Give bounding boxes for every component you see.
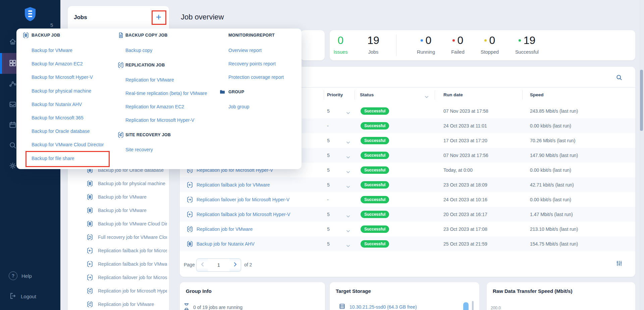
status-badge: Successful bbox=[361, 181, 389, 189]
notification-badge: 5 bbox=[50, 22, 53, 28]
backup-icon bbox=[87, 207, 93, 214]
column-header-run-date[interactable]: Run date bbox=[443, 88, 463, 102]
jobs-list-item[interactable]: Replication failback job for VMware bbox=[68, 257, 169, 271]
menu-item-backup-for-amazon-ec2[interactable]: Backup for Amazon EC2 bbox=[32, 60, 83, 67]
jobs-list-item[interactable]: Replication failback job for Microso bbox=[68, 244, 169, 257]
column-header-priority[interactable]: Priority bbox=[327, 88, 343, 102]
job-name-link[interactable]: Replication job for VMware bbox=[197, 222, 253, 237]
logout-button[interactable]: Logout bbox=[9, 292, 56, 301]
job-link-label[interactable]: Backup job for VMware Cloud Direc bbox=[98, 221, 167, 226]
raw-speed-axis-tick: 200.0 bbox=[491, 306, 501, 310]
menu-item-backup-for-microsoft-365[interactable]: Backup for Microsoft 365 bbox=[32, 114, 84, 121]
job-name-link[interactable]: Replication failback job for Microsoft H… bbox=[197, 207, 290, 222]
job-name-link[interactable]: Replication failover job for Microsoft H… bbox=[197, 192, 289, 207]
jobs-list-item[interactable]: Replication failover job for Microsof bbox=[68, 271, 169, 284]
menu-item-replication-for-microsoft-hyper-v[interactable]: Replication for Microsoft Hyper-V bbox=[125, 117, 194, 123]
calendar-icon bbox=[9, 121, 17, 129]
menu-item-backup-for-microsoft-hyper-v[interactable]: Backup for Microsoft Hyper-V bbox=[32, 74, 93, 81]
priority-chevron-icon[interactable] bbox=[346, 243, 350, 245]
jobs-list-item[interactable]: Replication job for Microsoft Hyper- bbox=[68, 284, 169, 298]
menu-item-job-group[interactable]: Job group bbox=[228, 103, 249, 110]
job-link-label[interactable]: Backup job for VMware bbox=[98, 208, 167, 213]
job-link-label[interactable]: Replication job for VMware bbox=[98, 302, 167, 307]
run-date-value: 23 Oct 2023 at 18:09 bbox=[443, 177, 487, 192]
group-info-status: 0 of 19 jobs are running bbox=[193, 305, 243, 310]
menu-item-real-time-replication-beta-for-vmware[interactable]: Real-time replication (beta) for VMware bbox=[125, 90, 207, 97]
pagination-next-button[interactable] bbox=[229, 262, 241, 268]
menu-item-replication-for-vmware[interactable]: Replication for VMware bbox=[125, 76, 174, 83]
page-scrollbar-thumb[interactable] bbox=[640, 70, 643, 131]
priority-value: 5 bbox=[327, 163, 330, 177]
raw-speed-title: Raw Data Transfer Speed (Mbit/s) bbox=[493, 288, 573, 294]
stat-running: 0Running bbox=[402, 34, 449, 55]
priority-chevron-icon[interactable] bbox=[346, 169, 350, 171]
table-row[interactable]: Replication failover job for Microsoft H… bbox=[180, 192, 635, 207]
table-settings-sliders-icon[interactable] bbox=[616, 260, 623, 267]
menu-item-backup-copy[interactable]: Backup copy bbox=[125, 47, 152, 54]
search-icon[interactable] bbox=[616, 74, 623, 81]
priority-chevron-icon[interactable] bbox=[346, 213, 350, 216]
job-link-label[interactable]: Replication job for Microsoft Hyper- bbox=[98, 288, 167, 294]
menu-item-backup-for-vmware-cloud-director[interactable]: Backup for VMware Cloud Director bbox=[32, 141, 104, 148]
logout-label: Logout bbox=[21, 294, 36, 299]
jobs-list-item[interactable]: Replication job for VMware bbox=[68, 298, 169, 310]
failover-icon bbox=[186, 196, 193, 203]
priority-value: 5 bbox=[327, 222, 330, 237]
target-storage-card: Target Storage 10.30.21.25-ssd0 (64.3 GB… bbox=[330, 282, 479, 310]
priority-chevron-icon[interactable] bbox=[346, 139, 350, 142]
annotation-file-share-highlight bbox=[25, 151, 110, 167]
help-button[interactable]: ? Help bbox=[9, 271, 56, 280]
replication-icon bbox=[117, 62, 124, 68]
jobs-list-item[interactable]: Full recovery job for VMware Cloud bbox=[68, 230, 169, 244]
priority-chevron-icon[interactable] bbox=[346, 110, 350, 112]
job-link-label[interactable]: Full recovery job for VMware Cloud bbox=[98, 235, 167, 240]
jobs-list-item[interactable]: Backup job for physical machine bbox=[68, 177, 169, 190]
table-row[interactable]: Replication failback job for VMware5Succ… bbox=[180, 177, 635, 192]
status-badge: Successful bbox=[361, 211, 389, 218]
page-scrollbar-track[interactable] bbox=[639, 0, 644, 310]
speed-value: 0.00 kbit/s (last run) bbox=[530, 192, 571, 207]
priority-chevron-icon[interactable] bbox=[346, 184, 350, 186]
job-name-link[interactable]: Replication failback job for VMware bbox=[197, 177, 270, 192]
stat-successful: 19Successful bbox=[508, 34, 545, 55]
menu-item-overview-report[interactable]: Overview report bbox=[228, 47, 262, 54]
job-name-link[interactable]: Backup job for Nutanix AHV bbox=[197, 237, 255, 251]
job-link-label[interactable]: Replication failover job for Microsof bbox=[98, 275, 167, 280]
priority-chevron-icon[interactable] bbox=[346, 228, 350, 230]
jobs-panel-title: Jobs bbox=[74, 14, 87, 21]
jobs-stat: 19 Jobs bbox=[362, 34, 385, 55]
jobs-label: Jobs bbox=[362, 49, 385, 55]
status-badge: Successful bbox=[361, 225, 389, 233]
app-logo-shield-icon bbox=[24, 7, 36, 21]
help-icon: ? bbox=[9, 271, 17, 280]
status-filter-chevron-icon[interactable] bbox=[425, 94, 429, 96]
column-header-speed[interactable]: Speed bbox=[530, 88, 544, 102]
column-header-status[interactable]: Status bbox=[360, 88, 374, 102]
job-link-label[interactable]: Backup job for VMware bbox=[98, 194, 167, 200]
stopped-count: 0 bbox=[489, 34, 495, 47]
job-link-label[interactable]: Backup job for physical machine bbox=[98, 181, 167, 186]
jobs-list-item[interactable]: Backup job for VMware Cloud Direc bbox=[68, 217, 169, 230]
job-link-label[interactable]: Replication failback job for Microso bbox=[98, 248, 167, 253]
menu-item-protection-coverage-report[interactable]: Protection coverage report bbox=[228, 74, 284, 81]
menu-item-site-recovery[interactable]: Site recovery bbox=[125, 146, 153, 153]
menu-item-backup-for-physical-machine[interactable]: Backup for physical machine bbox=[32, 88, 91, 94]
table-row[interactable]: Replication failback job for Microsoft H… bbox=[180, 207, 635, 222]
jobs-list-item[interactable]: Backup job for VMware bbox=[68, 190, 169, 204]
menu-item-recovery-points-report[interactable]: Recovery points report bbox=[228, 60, 276, 67]
table-row[interactable]: Backup job for Nutanix AHV5Successful25 … bbox=[180, 237, 635, 251]
menu-item-backup-for-nutanix-ahv[interactable]: Backup for Nutanix AHV bbox=[32, 101, 82, 108]
table-row[interactable]: Replication job for VMware5Successful23 … bbox=[180, 222, 635, 237]
menu-item-backup-for-vmware[interactable]: Backup for VMware bbox=[32, 47, 72, 54]
pagination-prev-button[interactable] bbox=[197, 262, 208, 268]
job-link-label[interactable]: Replication failback job for VMware bbox=[98, 261, 167, 267]
storage-card-scrollbar[interactable] bbox=[472, 301, 474, 310]
menu-item-backup-for-oracle-database[interactable]: Backup for Oracle database bbox=[32, 128, 90, 135]
target-storage-item-link[interactable]: 10.30.21.25-ssd0 (64.3 GB free) bbox=[350, 304, 417, 310]
jobs-count: 19 bbox=[367, 34, 379, 47]
priority-chevron-icon[interactable] bbox=[346, 154, 350, 157]
raw-speed-card: Raw Data Transfer Speed (Mbit/s) 200.0 bbox=[487, 282, 635, 310]
jobs-list-item[interactable]: Backup job for VMware bbox=[68, 204, 169, 217]
menu-item-replication-for-amazon-ec2[interactable]: Replication for Amazon EC2 bbox=[125, 103, 184, 110]
pagination-page-input[interactable]: 1 bbox=[208, 259, 229, 271]
